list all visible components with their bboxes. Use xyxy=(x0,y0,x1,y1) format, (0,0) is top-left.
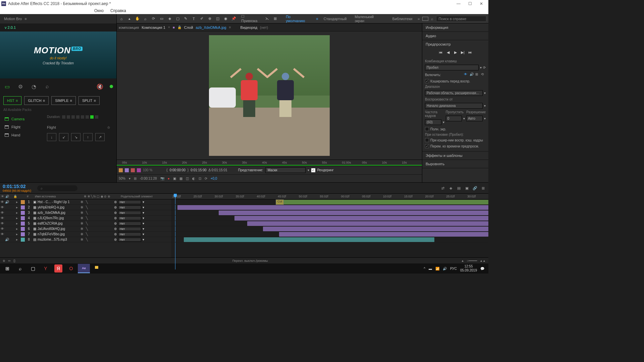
folder-icon[interactable]: ▭ xyxy=(3,83,11,90)
start-button[interactable]: ⊞ xyxy=(1,264,13,273)
timeline-bar[interactable]: Cut xyxy=(276,200,488,204)
composition-viewer[interactable] xyxy=(117,32,422,160)
audio-panel[interactable]: Аудио xyxy=(422,32,488,40)
tab-simple[interactable]: SIMPLE ≡ xyxy=(51,96,76,105)
pan-behind-icon[interactable]: ◈ xyxy=(167,16,172,21)
eye-icon[interactable]: 👁 xyxy=(464,72,469,77)
tl-icon-5[interactable]: 🔗 xyxy=(472,186,478,190)
tl-icon-1[interactable]: ⇄ xyxy=(440,186,445,190)
timeline-bar[interactable] xyxy=(219,210,488,215)
preset-3[interactable]: ↘ xyxy=(71,133,80,141)
render-checkbox[interactable]: ✓ xyxy=(311,168,315,172)
maximize-button[interactable]: ☐ xyxy=(464,0,476,7)
tray-battery-icon[interactable]: ▬ xyxy=(429,267,432,270)
workspace-standard[interactable]: Стандартный xyxy=(321,17,350,21)
alpha-icon[interactable]: ▣ xyxy=(173,177,176,180)
tray-up-icon[interactable]: ^ xyxy=(424,267,425,270)
refresh-icon[interactable]: ⟳ xyxy=(205,177,207,180)
out-point[interactable]: 0:01:15:00 xyxy=(191,168,206,172)
home-icon[interactable]: ⌂ xyxy=(119,16,124,21)
close-icon[interactable]: × xyxy=(168,25,170,29)
timeline-layer-row[interactable]: 👁 🔊 ▸ 1 ▣ Hst - C... - Right Up 1 ✻╲ ⊚Не… xyxy=(0,199,171,205)
after-effects-task[interactable]: Ae xyxy=(78,264,90,273)
cache-checkbox[interactable] xyxy=(425,79,429,83)
reset-icon[interactable]: ⟳ xyxy=(483,66,486,69)
timeline-bar[interactable] xyxy=(247,221,488,226)
workspace-default[interactable]: По умолчанию xyxy=(283,15,313,23)
tl-icon-4[interactable]: ▣ xyxy=(464,186,470,190)
zoom-in-icon[interactable]: ▲▲ xyxy=(480,259,486,262)
tl-icon-6[interactable]: ⊞ xyxy=(480,186,486,190)
cut-marker[interactable]: Cut xyxy=(276,199,284,205)
tray-notifications-icon[interactable]: 💬 xyxy=(480,267,484,270)
timeline-layer-row[interactable]: 🔊 ▸ 8 ▤ muzlome...575.mp3 ✻╲ ⊚Нет▾ xyxy=(0,237,171,242)
yandex-browser[interactable]: Y xyxy=(40,264,52,273)
shape-tool-icon[interactable]: ▢ xyxy=(175,16,180,21)
mask-icon[interactable]: ◐ xyxy=(192,177,195,180)
curly-icon[interactable]: {} xyxy=(13,259,15,262)
tray-clock[interactable]: 12:55 05.09.2019 xyxy=(460,264,477,273)
loop-icon[interactable]: ⟲ xyxy=(481,72,486,77)
snap-opt1-icon[interactable]: ⋋ xyxy=(264,16,270,21)
tray-language[interactable]: РУС xyxy=(450,267,457,270)
exposure[interactable]: +0,0 xyxy=(211,177,217,180)
icon-c[interactable] xyxy=(131,168,135,172)
close-button[interactable]: ✕ xyxy=(476,0,487,7)
rotate-tool-icon[interactable]: ⟳ xyxy=(151,16,156,21)
tab-split[interactable]: SPLIT ≡ xyxy=(78,96,100,105)
minimize-button[interactable]: ― xyxy=(453,0,464,7)
mute-icon[interactable]: 🔇 xyxy=(96,83,104,90)
camera-tool-icon[interactable]: ▭ xyxy=(159,16,164,21)
timeline-layer-row[interactable]: 👁 ▸ 3 ▦ azb_XdeDMkA.jpg ✻╲ ⊚Нет▾ xyxy=(0,210,171,216)
zoom-out-icon[interactable]: ▲ xyxy=(461,259,464,262)
clone-tool-icon[interactable]: ⊕ xyxy=(207,16,212,21)
current-time[interactable]: -0:00:11:28 xyxy=(140,177,157,180)
timeline-layer-row[interactable]: 👁 ▸ 5 ▦ eaflCkZCRtA.jpg ✻╲ ⊚Нет▾ xyxy=(0,221,171,226)
tl-icon-3[interactable]: ▤ xyxy=(456,186,462,190)
region-icon[interactable]: ⊡ xyxy=(199,177,201,180)
align-panel[interactable]: Выровнять xyxy=(422,160,488,168)
timeline-layer-row[interactable]: 👁 ▸ 2 ▦ ykHpEhbRQ-k.jpg ✻╲ ⊚Нет▾ xyxy=(0,205,171,210)
type-tool-icon[interactable]: T xyxy=(191,16,197,21)
panel-icon[interactable] xyxy=(422,17,428,21)
timeline-search[interactable]: ⌕ xyxy=(37,185,77,191)
taskview-button[interactable]: ▢ xyxy=(27,264,39,273)
preset-4[interactable]: ↑ xyxy=(83,133,93,141)
tl-icon-2[interactable]: ◈ xyxy=(448,186,453,190)
menu-icon[interactable]: ≡ xyxy=(24,17,26,21)
roto-tool-icon[interactable]: ◉ xyxy=(223,16,228,21)
playfrom-select[interactable]: Начало диапазона xyxy=(425,103,483,109)
toggle-icon[interactable]: ⊕ xyxy=(3,259,5,262)
timeline-ruler[interactable]: 20:02f25:02f30:02f35:02f40:02f45:02f50:0… xyxy=(171,193,488,199)
timeline-timecode[interactable]: 0:01:15:02 xyxy=(3,184,31,189)
zoom-select[interactable]: 50% xyxy=(119,177,125,180)
selection-tool-icon[interactable]: ▴ xyxy=(127,16,132,21)
tray-wifi-icon[interactable]: 📶 xyxy=(435,267,439,270)
timeline-bar[interactable] xyxy=(279,232,488,237)
timeline-bar[interactable] xyxy=(177,205,488,210)
overlay-icon[interactable]: ⊞ xyxy=(475,72,480,77)
tab-hst[interactable]: HST ≡ xyxy=(3,96,21,105)
res-select[interactable]: Авто xyxy=(466,116,483,121)
tree-flight[interactable]: Flight xyxy=(0,123,44,131)
onstop-cb2[interactable] xyxy=(425,144,429,148)
speed-icon[interactable]: ◔ xyxy=(30,83,38,90)
settings-icon[interactable]: ⚙ xyxy=(17,83,24,90)
preset-1[interactable]: ↓ xyxy=(47,133,56,141)
info-panel[interactable]: Информация xyxy=(422,23,488,32)
puppet-tool-icon[interactable]: 📌 xyxy=(231,16,236,21)
resolution-icon[interactable]: ⊞ xyxy=(134,177,137,180)
view-mode-select[interactable]: Маски xyxy=(265,167,306,173)
eraser-tool-icon[interactable]: ◫ xyxy=(215,16,220,21)
tray-volume-icon[interactable]: 🔊 xyxy=(443,267,447,270)
help-search[interactable]: Поиск в справке xyxy=(436,16,486,22)
skip-select[interactable]: 0 xyxy=(446,116,462,121)
channel-icon[interactable]: ● xyxy=(168,177,170,180)
tree-camera[interactable]: Camera xyxy=(0,115,44,123)
preset-5[interactable]: ↗ xyxy=(95,133,105,141)
comp-tab-active[interactable]: Композиция 1 xyxy=(142,25,165,29)
preset-2[interactable]: ↙ xyxy=(59,133,68,141)
timeline-bar[interactable] xyxy=(234,216,488,221)
lock-icon[interactable]: 🔒 xyxy=(177,25,181,29)
brace-icon[interactable]: ⇔ xyxy=(8,259,11,262)
